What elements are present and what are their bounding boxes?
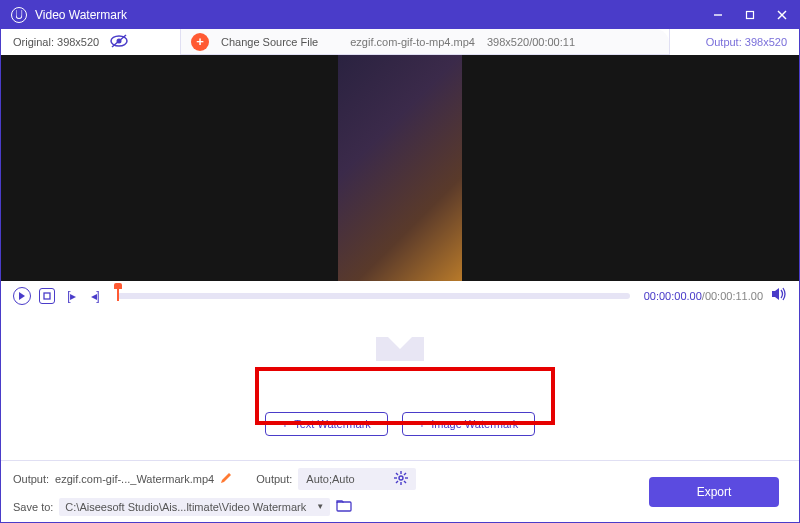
video-frame[interactable] (338, 55, 462, 281)
chevron-down-icon: ▼ (316, 502, 324, 511)
output-format-value[interactable]: Auto;Auto (306, 473, 386, 485)
output-filename: ezgif.com-gif-..._Watermark.mp4 (55, 473, 214, 485)
svg-point-10 (399, 476, 403, 480)
image-watermark-label: Image Watermark (431, 418, 518, 430)
change-source-label[interactable]: Change Source File (221, 36, 318, 48)
play-button[interactable] (13, 287, 31, 305)
save-to-label: Save to: (13, 501, 53, 513)
svg-marker-9 (772, 288, 779, 300)
trim-end-button[interactable]: ◂] (87, 288, 103, 304)
app-logo-icon (11, 7, 27, 23)
svg-line-16 (404, 481, 406, 483)
trim-start-button[interactable]: [▸ (63, 288, 79, 304)
add-text-watermark-button[interactable]: + Text Watermark (265, 412, 388, 436)
svg-rect-8 (44, 293, 50, 299)
timeline-playhead[interactable] (117, 287, 119, 301)
output-settings-icon[interactable] (394, 471, 408, 487)
watermark-dropzone-icon (370, 319, 430, 367)
edit-filename-icon[interactable] (220, 472, 232, 486)
close-button[interactable] (771, 4, 793, 26)
video-preview-area (1, 55, 799, 281)
output-dimensions-label: Output: 398x520 (706, 36, 787, 48)
original-dimensions-label: Original: 398x520 (13, 36, 99, 48)
svg-marker-7 (19, 292, 25, 300)
window-title: Video Watermark (35, 8, 707, 22)
svg-rect-1 (747, 12, 754, 19)
current-time: 00:00:00.00 (644, 290, 702, 302)
minimize-button[interactable] (707, 4, 729, 26)
svg-line-18 (396, 481, 398, 483)
preview-toggle-icon[interactable] (109, 34, 129, 50)
save-path-dropdown[interactable]: C:\Aiseesoft Studio\Ais...ltimate\Video … (59, 498, 330, 516)
svg-line-17 (404, 473, 406, 475)
maximize-button[interactable] (739, 4, 761, 26)
stop-button[interactable] (39, 288, 55, 304)
export-button[interactable]: Export (649, 477, 779, 507)
plus-icon: + (419, 418, 425, 430)
save-path-value: C:\Aiseesoft Studio\Ais...ltimate\Video … (65, 501, 306, 513)
volume-icon[interactable] (771, 287, 787, 305)
add-source-icon[interactable]: + (191, 33, 209, 51)
svg-line-15 (396, 473, 398, 475)
plus-icon: + (282, 418, 288, 430)
source-filename: ezgif.com-gif-to-mp4.mp4 (350, 36, 475, 48)
output-file-label: Output: (13, 473, 49, 485)
text-watermark-label: Text Watermark (294, 418, 371, 430)
source-fileinfo: 398x520/00:00:11 (487, 36, 575, 48)
add-image-watermark-button[interactable]: + Image Watermark (402, 412, 535, 436)
svg-rect-19 (337, 502, 351, 511)
open-folder-icon[interactable] (336, 499, 352, 514)
timeline-slider[interactable] (117, 293, 630, 299)
total-time: /00:00:11.00 (702, 290, 763, 302)
output-format-label: Output: (256, 473, 292, 485)
